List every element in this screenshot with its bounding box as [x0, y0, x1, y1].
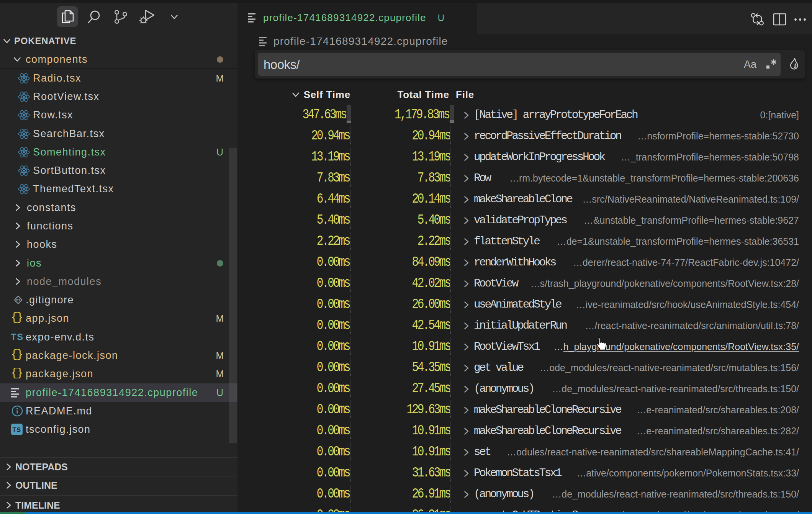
svg-text:TS: TS	[12, 427, 21, 433]
